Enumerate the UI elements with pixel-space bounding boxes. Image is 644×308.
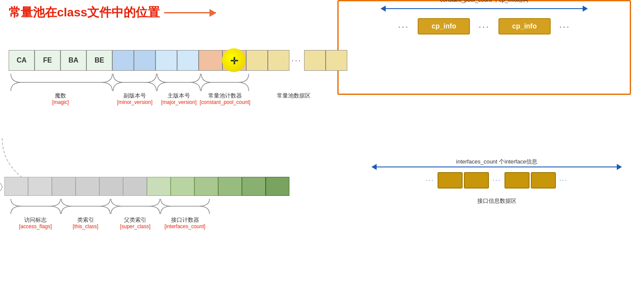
segment-fe: FE — [35, 50, 60, 71]
svg-text:副版本号: 副版本号 — [124, 92, 146, 99]
segment-ca: CA — [9, 50, 35, 71]
dots-right: ··· — [559, 22, 571, 31]
svg-text:访问标志: 访问标志 — [24, 217, 47, 223]
b-seg-3 — [52, 177, 76, 196]
svg-text:[magic]: [magic] — [52, 99, 69, 105]
svg-text:[access_flags]: [access_flags] — [19, 223, 52, 229]
class-file-bar-top: CA FE BA BE ✛ ··· — [9, 50, 635, 71]
svg-text:父类索引: 父类索引 — [124, 217, 146, 223]
b-seg-1 — [4, 177, 28, 196]
yellow-circle-cursor: ✛ — [222, 48, 246, 72]
iface-dots-left: ··· — [426, 176, 434, 184]
b-seg-5 — [99, 177, 123, 196]
segment-cp-data2 — [268, 50, 289, 71]
iface-count-arrow-group — [371, 164, 622, 170]
cp-count-arrow-right-icon — [583, 6, 588, 12]
iface-box-pair-1 — [438, 172, 489, 189]
main-container: 常量池在class文件中的位置 constant_pool_count 个cp_… — [0, 0, 644, 308]
iface-box-2 — [464, 172, 489, 189]
cp-info-box-2: cp_info — [498, 18, 551, 35]
cursor-icon: ✛ — [230, 56, 238, 67]
cp-count-label: constant_pool_count 个cp_info结构 — [381, 0, 588, 4]
cp-count-arrow: constant_pool_count 个cp_info结构 — [381, 6, 588, 12]
iface-arrow-right-icon — [617, 164, 622, 170]
orange-box: constant_pool_count 个cp_info结构 ··· cp_in… — [337, 0, 631, 95]
svg-text:[constant_pool_count]: [constant_pool_count] — [200, 99, 250, 105]
top-section: 常量池在class文件中的位置 constant_pool_count 个cp_… — [9, 4, 635, 110]
iface-box-1 — [438, 172, 463, 189]
dots-left: ··· — [398, 22, 409, 31]
svg-text:常量池计数器: 常量池计数器 — [208, 92, 242, 99]
svg-text:类索引: 类索引 — [77, 217, 94, 223]
top-bar-labels-svg: 魔数 [magic] 副版本号 [minor_version] 主版本号 [ma… — [9, 72, 337, 110]
bottom-bar-wrap: 〉 — [0, 177, 320, 242]
bottom-bar-labels-svg: 访问标志 [access_flags] 类索引 [this_class] 父类索… — [0, 197, 320, 240]
svg-text:主版本号: 主版本号 — [168, 92, 190, 99]
bottom-class-file-bar: 〉 — [0, 177, 320, 196]
iface-box-pair-2 — [504, 172, 556, 189]
b-seg-8 — [171, 177, 194, 196]
cp-info-box-1: cp_info — [418, 18, 470, 35]
svg-text:[minor_version]: [minor_version] — [117, 99, 152, 105]
iface-dots-middle: ··· — [492, 176, 501, 184]
b-seg-6 — [123, 177, 147, 196]
iface-arrow-left-icon — [371, 164, 377, 170]
svg-text:接口计数器: 接口计数器 — [171, 217, 199, 223]
svg-text:[major_version]: [major_version] — [161, 99, 197, 105]
segment-cpc1 — [199, 50, 222, 71]
svg-text:魔数: 魔数 — [55, 92, 66, 99]
svg-text:常量池数据区: 常量池数据区 — [277, 92, 311, 99]
iface-box-3 — [504, 172, 530, 189]
cp-count-annotation: constant_pool_count 个cp_info结构 — [345, 6, 623, 12]
svg-text:[interfaces_count]: [interfaces_count] — [165, 223, 206, 229]
iface-arrow-line — [377, 167, 617, 167]
segment-cpc2: ✛ — [222, 50, 246, 71]
bar-dots: ··· — [292, 56, 302, 65]
segment-ba: BA — [60, 50, 86, 71]
segment-minor1 — [112, 50, 134, 71]
svg-text:[super_class]: [super_class] — [120, 223, 151, 229]
b-seg-4 — [76, 177, 99, 196]
segment-cp-data1 — [246, 50, 268, 71]
bottom-section: 〉 — [0, 177, 631, 242]
b-seg-9 — [194, 177, 218, 196]
segment-major2 — [177, 50, 199, 71]
iface-data-label: 接口信息数据区 — [371, 197, 622, 205]
iface-data-row: ··· ··· ··· — [371, 172, 622, 189]
page-title: 常量池在class文件中的位置 — [9, 4, 160, 21]
segment-minor2 — [134, 50, 155, 71]
title-arrow-line — [164, 12, 216, 13]
title-arrow — [164, 12, 216, 13]
b-seg-7 — [147, 177, 171, 196]
segment-be: BE — [86, 50, 112, 71]
svg-text:[this_class]: [this_class] — [73, 223, 98, 229]
b-seg-12 — [266, 177, 289, 196]
iface-box-4 — [531, 172, 556, 189]
segment-major1 — [155, 50, 177, 71]
dots-middle: ··· — [479, 22, 490, 31]
b-seg-11 — [242, 177, 266, 196]
segment-cp-data3 — [304, 50, 326, 71]
b-seg-10 — [218, 177, 242, 196]
interfaces-area: interfaces_count 个interface信息 ··· ··· ··… — [371, 164, 622, 205]
cp-count-arrow-left-icon — [381, 6, 386, 12]
bottom-bar-arrow-icon: 〉 — [0, 182, 3, 192]
b-seg-2 — [28, 177, 52, 196]
cp-count-line — [386, 8, 583, 9]
iface-dots-right: ··· — [559, 176, 568, 184]
iface-annotation-row: interfaces_count 个interface信息 — [371, 164, 622, 166]
segment-cp-data4 — [326, 50, 347, 71]
cp-info-row: ··· cp_info ··· cp_info ··· — [345, 18, 623, 35]
